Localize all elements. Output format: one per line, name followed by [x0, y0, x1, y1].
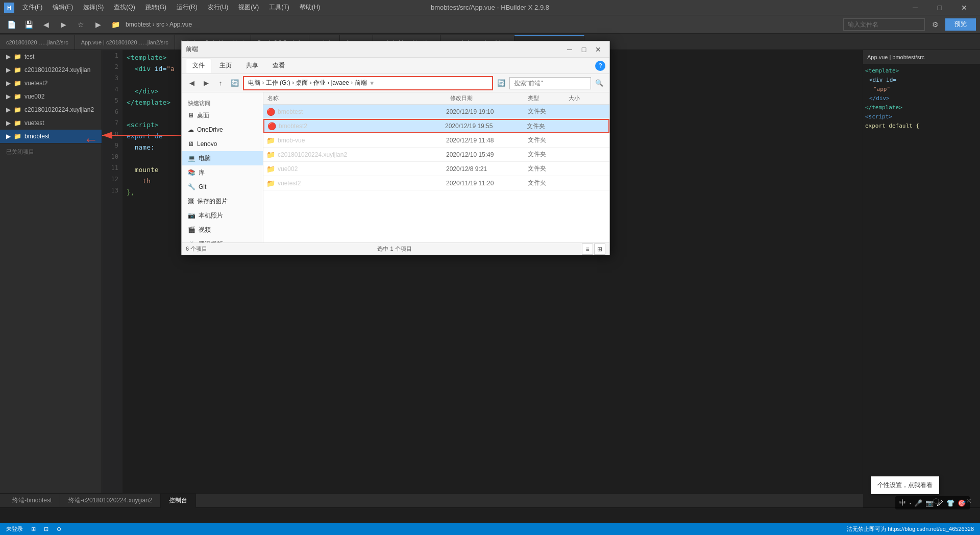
sidebar-item-vuetest[interactable]: ▶ 📁 vuetest [0, 116, 102, 130]
new-file-button[interactable]: 📄 [4, 17, 18, 32]
terminal-tab-c201801020224[interactable]: 终端-c201801020224.xuyijian2 [60, 494, 161, 508]
menu-edit[interactable]: 编辑(E) [48, 2, 77, 13]
tab-1[interactable]: App.vue | c201801020…...jian2/src [75, 35, 175, 50]
folder-icon-3: 📁 [14, 80, 21, 87]
dialog-breadcrumb[interactable]: 电脑 › 工作 (G:) › 桌面 › 作业 › javaee › 前端 ▼ [243, 76, 493, 90]
sougou-icon-4[interactable]: 👕 [946, 499, 954, 507]
save-button[interactable]: 💾 [21, 17, 36, 32]
line-num-11: 11 [102, 164, 122, 176]
sidebar-computer-label: 电脑 [199, 154, 211, 163]
dialog-back-button[interactable]: ◀ [186, 77, 198, 89]
dialog-tab-home[interactable]: 主页 [213, 59, 238, 73]
sougou-dot: · [909, 499, 911, 507]
sidebar-item-test[interactable]: ▶ 📁 test [0, 50, 102, 63]
minimize-button[interactable]: ─ [903, 0, 927, 15]
sidebar-saved-photos[interactable]: 🖼 保存的图片 [182, 194, 263, 208]
menu-tools[interactable]: 工具(T) [265, 2, 293, 13]
sougou-icon-5[interactable]: 🎯 [958, 499, 966, 507]
dialog-help-button[interactable]: ? [595, 61, 605, 71]
tab-0[interactable]: c201801020…...jian2/src [0, 35, 75, 50]
dialog-maximize-button[interactable]: □ [577, 42, 591, 57]
sidebar-library[interactable]: 📚 库 [182, 165, 263, 180]
menu-view[interactable]: 视图(V) [234, 2, 263, 13]
dialog-search-button[interactable]: 🔍 [593, 77, 605, 89]
filter-button[interactable]: ⚙ [928, 17, 942, 32]
file-date-bmob-vue: 2020/12/19 11:48 [446, 137, 528, 144]
menu-find[interactable]: 查找(Q) [110, 2, 139, 13]
line-numbers: 1 2 3 4 5 6 7 8 9 10 11 12 13 [102, 50, 122, 493]
dialog-forward-button[interactable]: ▶ [200, 77, 212, 89]
menu-file[interactable]: 文件(F) [18, 2, 46, 13]
sidebar-videos-label: 视频 [199, 226, 211, 234]
sidebar-item-vuetest2[interactable]: ▶ 📁 vuetest2 [0, 77, 102, 90]
sidebar-tencent-video[interactable]: 📺 腾讯视频 [182, 237, 263, 242]
line-num-7: 7 [102, 119, 122, 131]
file-count-status: 6 个项目 [186, 245, 207, 253]
collapse-icon-2: ▶ [6, 66, 11, 74]
col-size-header: 大小 [569, 94, 609, 102]
lenovo-icon: 🖥 [188, 140, 194, 148]
collapse-icon-6: ▶ [6, 119, 11, 127]
terminal-tab-console[interactable]: 控制台 [161, 494, 196, 508]
file-row-bmobtest[interactable]: 🔴 bmobtest 2020/12/19 19:10 文件夹 [263, 105, 609, 119]
breadcrumb-text: 电脑 › 工作 (G:) › 桌面 › 作业 › javaee › 前端 [248, 79, 367, 87]
view-buttons: ≡ ⊞ [582, 244, 605, 255]
sougou-icon-2[interactable]: 📷 [925, 499, 934, 507]
line-num-6: 6 [102, 108, 122, 119]
sidebar-git[interactable]: 🔧 Git [182, 180, 263, 194]
sougou-lang[interactable]: 中 [899, 498, 906, 507]
grid-view-button[interactable]: ⊞ [594, 244, 605, 255]
notification-text: 个性设置，点我看看 [877, 481, 933, 490]
sidebar-computer[interactable]: 💻 电脑 [182, 151, 263, 165]
dialog-tab-file[interactable]: 文件 [186, 59, 211, 73]
terminal-tab-bmobtest[interactable]: 终端-bmobtest [4, 494, 60, 508]
file-row-c201801020224[interactable]: 📁 c201801020224.xuyijian2 2020/12/10 15:… [263, 148, 609, 162]
list-view-button[interactable]: ≡ [582, 244, 593, 255]
sidebar-onedrive[interactable]: ☁ OneDrive [182, 123, 263, 137]
file-type-bmobtest: 文件夹 [528, 107, 569, 116]
sougou-icon-1[interactable]: 🎤 [914, 499, 922, 507]
sidebar-lenovo[interactable]: 🖥 Lenovo [182, 137, 263, 151]
dialog-up-button[interactable]: ↑ [214, 77, 227, 89]
file-row-vue002[interactable]: 📁 vue002 2020/12/8 9:21 文件夹 [263, 162, 609, 176]
file-row-bmobtest2[interactable]: 🔴 bmobtest2 2020/12/19 19:55 文件夹 [263, 119, 609, 133]
sidebar-item-vue002[interactable]: ▶ 📁 vue002 [0, 90, 102, 103]
dialog-nav-extra[interactable]: 🔄 [495, 77, 507, 89]
status-icon-1: ⊞ [31, 526, 36, 532]
preview-button[interactable]: 预览 [945, 18, 976, 31]
sidebar-item-c201801020224-2[interactable]: ▶ 📁 c201801020224.xuyijian2 [0, 103, 102, 116]
bookmark-button[interactable]: ☆ [74, 17, 88, 32]
back-button[interactable]: ◀ [39, 17, 53, 32]
dialog-refresh-button[interactable]: 🔄 [229, 77, 241, 89]
sougou-icon-3[interactable]: 🖊 [937, 499, 943, 507]
menu-select[interactable]: 选择(S) [79, 2, 108, 13]
dialog-tab-view[interactable]: 查看 [266, 59, 291, 73]
file-row-bmob-vue[interactable]: 📁 bmob-vue 2020/12/19 11:48 文件夹 [263, 133, 609, 148]
user-login-status[interactable]: 未登录 [6, 525, 23, 533]
file-search-input[interactable] [843, 18, 925, 31]
menu-goto[interactable]: 跳转(G) [141, 2, 170, 13]
dialog-minimize-button[interactable]: ─ [562, 42, 577, 57]
menu-help[interactable]: 帮助(H) [296, 2, 325, 13]
sidebar-desktop[interactable]: 🖥 桌面 [182, 108, 263, 123]
terminal-content[interactable] [0, 507, 980, 523]
file-row-vuetest2[interactable]: 📁 vuetest2 2020/11/19 11:20 文件夹 [263, 176, 609, 190]
maximize-button[interactable]: □ [928, 0, 951, 15]
dialog-close-button[interactable]: ✕ [591, 42, 605, 57]
collapse-icon-7: ▶ [6, 133, 11, 140]
close-button[interactable]: ✕ [952, 0, 976, 15]
menu-run[interactable]: 运行(R) [173, 2, 202, 13]
forward-button[interactable]: ▶ [56, 17, 70, 32]
sidebar-item-c201801020224[interactable]: ▶ 📁 c201801020224.xuyijian [0, 63, 102, 77]
bottom-notification[interactable]: 个性设置，点我看看 [871, 476, 939, 494]
dialog-tab-share[interactable]: 共享 [240, 59, 264, 73]
file-date-bmobtest2: 2020/12/19 19:55 [445, 123, 527, 130]
sidebar-videos[interactable]: 🎬 视频 [182, 223, 263, 237]
sidebar-lenovo-label: Lenovo [197, 140, 217, 148]
line-num-12: 12 [102, 176, 122, 187]
run-button[interactable]: ▶ [91, 17, 105, 32]
line-num-5: 5 [102, 97, 122, 108]
sidebar-local-photos[interactable]: 📷 本机照片 [182, 208, 263, 223]
menu-publish[interactable]: 发行(U) [204, 2, 233, 13]
dialog-search-input[interactable] [509, 77, 591, 89]
